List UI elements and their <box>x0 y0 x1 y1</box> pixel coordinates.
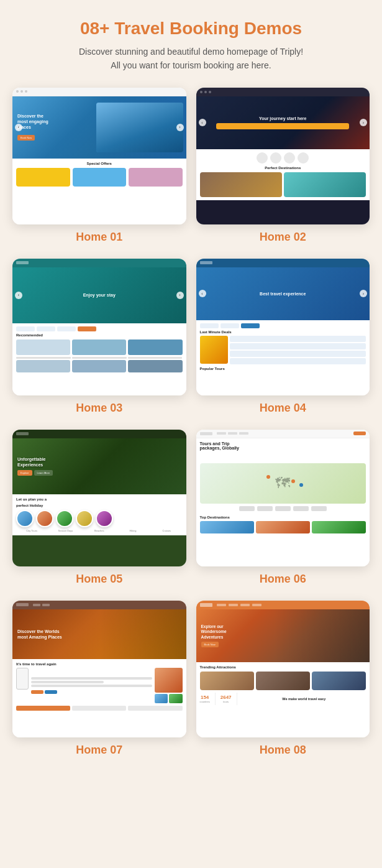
hero-text-08: Explore ourWondersomeAdventures <box>201 624 227 640</box>
demo-label-08: Home 08 <box>260 744 306 757</box>
demo-label-03: Home 03 <box>76 402 122 415</box>
demo-thumbnail-06[interactable]: Tours and Trippackages, Globally 🗺 <box>196 430 370 566</box>
demo-thumbnail-04[interactable]: Best travel experience ‹ › Last Minute D… <box>196 259 370 395</box>
hero-text-07: Discover the Worldsmost Amazing Places <box>17 629 62 640</box>
demo-item-home-06[interactable]: Tours and Trippackages, Globally 🗺 <box>196 430 370 586</box>
section-title-07: It's time to travel again <box>16 662 183 666</box>
section-title-06: Top Destinations <box>200 515 366 519</box>
thumb-01: Discover themost engagingplaces Book Now… <box>12 88 186 224</box>
demo-item-home-07[interactable]: Discover the Worldsmost Amazing Places I… <box>12 601 186 757</box>
hero-text-06: Tours and Trippackages, Globally <box>200 441 366 450</box>
demo-thumbnail-02[interactable]: Your journey start here ‹ › Perfect Dest… <box>196 88 370 224</box>
demos-grid: Discover themost engagingplaces Book Now… <box>12 88 370 757</box>
hero-text-05: UnforgettableExperiences <box>17 456 46 468</box>
stat-countries: 154 countries <box>200 695 210 703</box>
stat-tours: 2647 tours <box>221 695 232 703</box>
demo-thumbnail-05[interactable]: UnforgettableExperiences Explore Learn M… <box>12 430 186 566</box>
section-title-03: Recommended <box>16 333 183 337</box>
section-title-04: Popular Tours <box>200 367 366 371</box>
demo-item-home-01[interactable]: Discover themost engagingplaces Book Now… <box>12 88 186 244</box>
demo-thumbnail-07[interactable]: Discover the Worldsmost Amazing Places I… <box>12 601 186 737</box>
demo-label-06: Home 06 <box>260 573 306 586</box>
hero-text-02: Your journey start here <box>259 116 307 121</box>
arrow-right-04[interactable]: › <box>360 290 367 297</box>
thumb-03: Enjoy your stay ‹ › Recommended <box>12 259 186 395</box>
demo-label-04: Home 04 <box>260 402 306 415</box>
demo-thumbnail-01[interactable]: Discover themost engagingplaces Book Now… <box>12 88 186 224</box>
thumb-04: Best travel experience ‹ › Last Minute D… <box>196 259 370 395</box>
page-subtitle: Discover stunning and beautiful demo hom… <box>12 45 370 73</box>
title-main: Travel Booking Demos <box>109 19 302 38</box>
demo-item-home-05[interactable]: UnforgettableExperiences Explore Learn M… <box>12 430 186 586</box>
arrow-right-03[interactable]: › <box>176 292 184 299</box>
section-title-01: Special Offers <box>12 162 186 165</box>
arrow-right-02[interactable]: › <box>360 119 367 126</box>
demo-label-01: Home 01 <box>76 231 122 244</box>
thumb-06: Tours and Trippackages, Globally 🗺 <box>196 430 370 566</box>
page-header: 08+ Travel Booking Demos Discover stunni… <box>12 19 370 73</box>
section-title-deals-04: Last Minute Deals <box>200 330 366 334</box>
thumb-08: Explore ourWondersomeAdventures Book Now… <box>196 601 370 737</box>
arrow-left-03[interactable]: ‹ <box>15 292 22 299</box>
section-title-08: Trending Attractions <box>200 665 366 669</box>
thumb-07: Discover the Worldsmost Amazing Places I… <box>12 601 186 737</box>
stat-text-08: We make world travel easy <box>242 697 366 701</box>
arrow-right-01[interactable]: › <box>176 124 184 131</box>
section-title-05a: Let us plan you a <box>16 497 183 501</box>
demo-thumbnail-03[interactable]: Enjoy your stay ‹ › Recommended <box>12 259 186 395</box>
demo-item-home-03[interactable]: Enjoy your stay ‹ › Recommended <box>12 259 186 415</box>
demo-label-05: Home 05 <box>76 573 122 586</box>
demo-label-07: Home 07 <box>76 744 122 757</box>
arrow-left-01[interactable]: ‹ <box>15 124 22 131</box>
demo-item-home-08[interactable]: Explore ourWondersomeAdventures Book Now… <box>196 601 370 757</box>
hero-btn-08: Book Now <box>201 642 219 647</box>
demo-thumbnail-08[interactable]: Explore ourWondersomeAdventures Book Now… <box>196 601 370 737</box>
arrow-left-02[interactable]: ‹ <box>199 119 206 126</box>
page-wrapper: 08+ Travel Booking Demos Discover stunni… <box>12 19 370 757</box>
page-title: 08+ Travel Booking Demos <box>12 19 370 39</box>
hero-text-03: Enjoy your stay <box>83 293 116 297</box>
hero-text-04: Best travel experience <box>260 292 306 296</box>
thumb-02: Your journey start here ‹ › Perfect Dest… <box>196 88 370 224</box>
title-prefix: 08+ <box>80 19 110 38</box>
demo-label-02: Home 02 <box>260 231 306 244</box>
section-title-02: Perfect Destinations <box>200 166 366 170</box>
arrow-left-04[interactable]: ‹ <box>199 290 206 297</box>
demo-item-home-04[interactable]: Best travel experience ‹ › Last Minute D… <box>196 259 370 415</box>
demo-item-home-02[interactable]: Your journey start here ‹ › Perfect Dest… <box>196 88 370 244</box>
thumb-05: UnforgettableExperiences Explore Learn M… <box>12 430 186 566</box>
